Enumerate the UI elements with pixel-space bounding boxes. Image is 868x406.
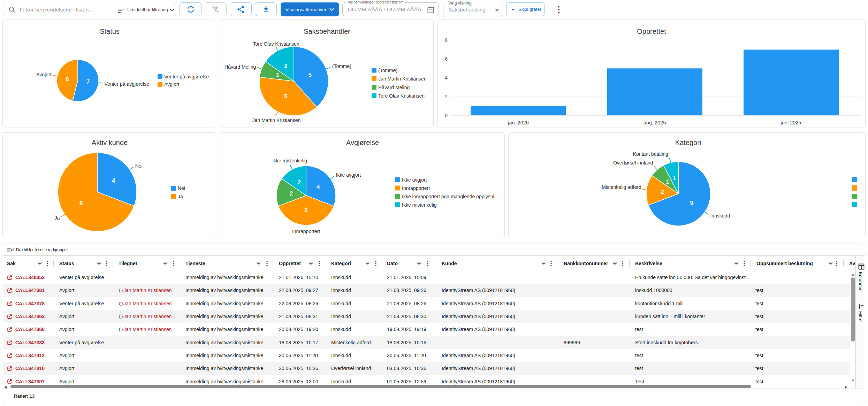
svg-text:Ikke mistenkelig: Ikke mistenkelig xyxy=(272,158,307,163)
svg-text:Ja: Ja xyxy=(178,194,183,199)
svg-text:Ja: Ja xyxy=(55,215,60,221)
svg-text:Håvard Meling: Håvard Meling xyxy=(378,85,410,90)
svg-text:2: 2 xyxy=(297,179,300,186)
svg-text:Tore Olav Kristiansen: Tore Olav Kristiansen xyxy=(253,41,299,47)
svg-text:6: 6 xyxy=(66,76,69,83)
svg-text:5: 5 xyxy=(284,93,287,100)
svg-text:Innskudd: Innskudd xyxy=(710,213,730,219)
svg-text:Venter på avgjørelse: Venter på avgjørelse xyxy=(105,81,150,87)
svg-text:Overførsel innland: Overførsel innland xyxy=(613,160,653,166)
svg-text:Innrapportert: Innrapportert xyxy=(402,185,430,191)
svg-text:Status: Status xyxy=(100,28,120,35)
svg-text:2: 2 xyxy=(290,190,293,197)
svg-text:2: 2 xyxy=(284,63,287,69)
svg-text:Nei: Nei xyxy=(178,185,185,191)
svg-text:2: 2 xyxy=(445,94,448,99)
svg-text:2: 2 xyxy=(661,189,664,195)
svg-text:Opprettet: Opprettet xyxy=(637,28,666,35)
svg-text:jan. 2026: jan. 2026 xyxy=(508,120,529,125)
svg-text:Nei: Nei xyxy=(135,163,143,169)
svg-text:8: 8 xyxy=(445,37,448,43)
svg-text:Ikke innrapportert pga manglen: Ikke innrapportert pga manglende opplysn… xyxy=(402,194,498,199)
svg-text:Jan Martin Kristiansen: Jan Martin Kristiansen xyxy=(378,76,427,82)
svg-text:Avgjort: Avgjort xyxy=(164,82,179,87)
svg-text:(Tomme): (Tomme) xyxy=(332,63,351,69)
svg-text:Kategori: Kategori xyxy=(675,139,701,146)
svg-text:juni 2025: juni 2025 xyxy=(781,120,801,125)
svg-text:aug. 2025: aug. 2025 xyxy=(644,120,666,125)
svg-text:4: 4 xyxy=(445,75,448,81)
svg-text:Kontant betaling: Kontant betaling xyxy=(633,151,668,157)
svg-text:4: 4 xyxy=(317,184,320,190)
svg-text:9: 9 xyxy=(79,200,83,207)
svg-text:Innrapportert: Innrapportert xyxy=(292,229,320,234)
svg-text:Håvard Meling: Håvard Meling xyxy=(224,64,256,70)
svg-text:1: 1 xyxy=(276,72,279,78)
svg-text:Ikke avgjort: Ikke avgjort xyxy=(336,172,361,178)
svg-text:4: 4 xyxy=(112,177,115,184)
svg-text:5: 5 xyxy=(304,207,307,214)
svg-text:0: 0 xyxy=(445,113,448,118)
svg-text:1: 1 xyxy=(673,175,676,182)
svg-text:Saksbehandler: Saksbehandler xyxy=(304,28,350,35)
svg-text:6: 6 xyxy=(445,56,448,62)
svg-text:Mistenkelig adferd: Mistenkelig adferd xyxy=(602,184,641,190)
svg-text:Avgjørelse: Avgjørelse xyxy=(346,139,379,146)
svg-text:(Tomme): (Tomme) xyxy=(378,68,397,73)
svg-text:5: 5 xyxy=(309,72,312,78)
svg-text:Aktiv kunde: Aktiv kunde xyxy=(92,139,128,146)
svg-text:Tore Olav Kristiansen: Tore Olav Kristiansen xyxy=(378,93,425,99)
svg-text:7: 7 xyxy=(86,78,90,85)
svg-text:Ikke avgjort: Ikke avgjort xyxy=(402,177,427,183)
svg-text:Avgjort: Avgjort xyxy=(36,72,51,77)
svg-text:Jan Martin Kristiansen: Jan Martin Kristiansen xyxy=(252,117,301,123)
svg-text:Venter på avgjørelse: Venter på avgjørelse xyxy=(164,74,209,79)
svg-text:1: 1 xyxy=(666,178,669,185)
svg-text:Ikke mistenkelig: Ikke mistenkelig xyxy=(402,202,437,208)
svg-text:9: 9 xyxy=(690,200,693,206)
